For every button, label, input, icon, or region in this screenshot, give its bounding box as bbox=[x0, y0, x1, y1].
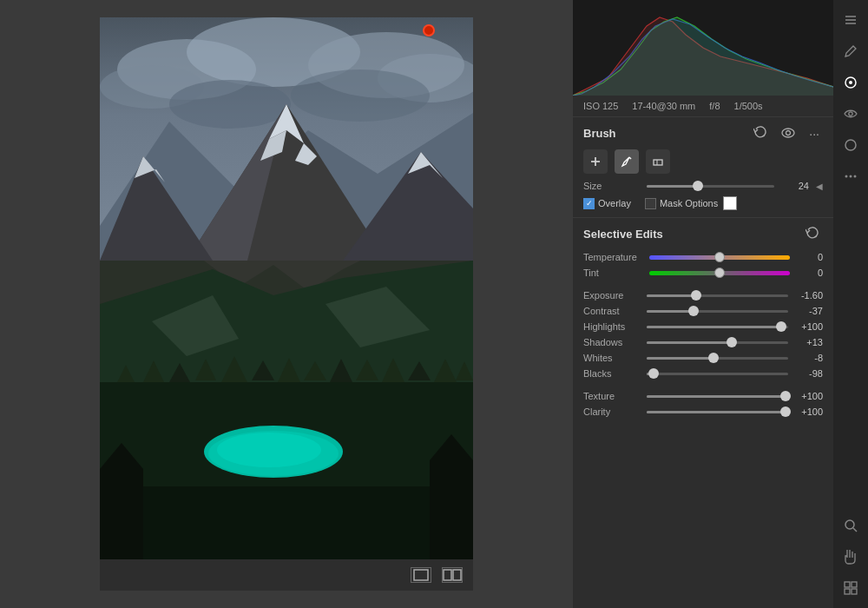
svg-point-7 bbox=[291, 69, 430, 122]
erase-brush-button[interactable] bbox=[646, 149, 670, 174]
highlights-slider-row: Highlights +100 bbox=[583, 321, 823, 332]
brush-title: Brush bbox=[583, 127, 616, 140]
add-brush-button[interactable] bbox=[583, 149, 608, 174]
size-value: 24 bbox=[781, 181, 809, 191]
brush-header: Brush ··· bbox=[583, 124, 823, 142]
exif-iso: ISO 125 bbox=[583, 101, 618, 111]
panel-icons-sidebar bbox=[833, 0, 868, 608]
tint-slider-track[interactable] bbox=[649, 271, 790, 275]
view-single-button[interactable] bbox=[411, 567, 431, 583]
blacks-slider-track[interactable] bbox=[647, 373, 788, 375]
svg-point-51 bbox=[782, 129, 794, 137]
svg-point-63 bbox=[845, 140, 856, 150]
selective-edits-title: Selective Edits bbox=[583, 228, 663, 241]
svg-point-52 bbox=[786, 130, 791, 135]
svg-point-64 bbox=[845, 175, 848, 178]
whites-slider-track[interactable] bbox=[647, 357, 788, 360]
highlights-slider-track[interactable] bbox=[647, 326, 788, 328]
whites-slider-row: Whites -8 bbox=[583, 353, 823, 363]
overlay-checkbox[interactable]: Overlay bbox=[583, 198, 631, 209]
svg-rect-45 bbox=[444, 570, 451, 580]
exposure-label: Exposure bbox=[583, 290, 640, 301]
svg-line-68 bbox=[853, 528, 857, 532]
clarity-label: Clarity bbox=[583, 406, 640, 417]
brush-tools bbox=[583, 149, 823, 174]
contrast-value: -37 bbox=[795, 306, 823, 316]
blacks-slider-row: Blacks -98 bbox=[583, 368, 823, 379]
temperature-slider-row: Temperature 0 bbox=[583, 252, 823, 262]
svg-point-40 bbox=[217, 433, 321, 467]
whites-label: Whites bbox=[583, 353, 640, 363]
histogram bbox=[573, 0, 833, 96]
selective-edits-reset-button[interactable] bbox=[802, 225, 823, 243]
svg-rect-71 bbox=[845, 589, 850, 594]
temperature-thumb[interactable] bbox=[714, 252, 725, 262]
mask-color-swatch[interactable] bbox=[723, 196, 737, 210]
photo-bottom-bar bbox=[100, 559, 473, 591]
tool-sliders-icon[interactable] bbox=[838, 7, 864, 33]
tool-edit-icon[interactable] bbox=[838, 38, 864, 64]
tool-dots-icon[interactable] bbox=[838, 163, 864, 189]
temperature-label: Temperature bbox=[583, 252, 644, 262]
selective-edits-header: Selective Edits bbox=[583, 225, 823, 243]
temperature-slider-track[interactable] bbox=[649, 255, 790, 260]
tint-slider-row: Tint 0 bbox=[583, 268, 823, 278]
shadows-value: +13 bbox=[795, 337, 823, 347]
size-slider-track[interactable] bbox=[647, 185, 774, 188]
tint-thumb[interactable] bbox=[714, 268, 725, 278]
size-arrow[interactable]: ◀ bbox=[816, 182, 823, 191]
brush-section: Brush ··· bbox=[573, 117, 833, 218]
tint-value: 0 bbox=[795, 268, 823, 278]
contrast-slider-track[interactable] bbox=[647, 310, 788, 313]
texture-slider-row: Texture +100 bbox=[583, 391, 823, 401]
highlights-value: +100 bbox=[795, 321, 823, 332]
tool-grid-icon[interactable] bbox=[838, 575, 864, 601]
exif-bar: ISO 125 17-40@30 mm f/8 1/500s bbox=[573, 96, 833, 117]
clarity-slider-track[interactable] bbox=[647, 411, 788, 413]
exposure-value: -1.60 bbox=[795, 290, 823, 301]
svg-point-65 bbox=[850, 175, 852, 178]
mask-options-checkbox-box[interactable] bbox=[645, 198, 656, 209]
exif-lens: 17-40@30 mm bbox=[632, 101, 695, 111]
tool-brush-icon[interactable] bbox=[838, 69, 864, 96]
blacks-value: -98 bbox=[795, 368, 823, 379]
brush-eye-button[interactable] bbox=[778, 125, 799, 142]
selective-edits-section: Selective Edits Temperature 0 Tint 0 bbox=[573, 218, 833, 429]
tool-circle-icon[interactable] bbox=[838, 132, 864, 158]
svg-rect-69 bbox=[845, 582, 850, 587]
texture-value: +100 bbox=[795, 391, 823, 401]
texture-label: Texture bbox=[583, 391, 640, 401]
temperature-value: 0 bbox=[795, 252, 823, 262]
tool-search-icon[interactable] bbox=[838, 512, 864, 539]
tool-hand-icon[interactable] bbox=[838, 544, 864, 570]
left-panel bbox=[0, 0, 573, 608]
texture-slider-track[interactable] bbox=[647, 395, 788, 398]
svg-point-61 bbox=[849, 81, 852, 84]
svg-point-6 bbox=[169, 80, 291, 129]
photo-image bbox=[100, 17, 473, 591]
shadows-slider-track[interactable] bbox=[647, 341, 788, 344]
blacks-label: Blacks bbox=[583, 368, 640, 379]
brush-more-button[interactable]: ··· bbox=[806, 125, 823, 142]
right-panel: ISO 125 17-40@30 mm f/8 1/500s Brush ··· bbox=[573, 0, 868, 608]
checkbox-row: Overlay Mask Options bbox=[583, 196, 823, 210]
size-label: Size bbox=[583, 181, 640, 191]
svg-rect-44 bbox=[414, 570, 428, 580]
tool-eye-icon[interactable] bbox=[838, 101, 864, 127]
overlay-checkbox-box[interactable] bbox=[583, 198, 595, 209]
brush-actions: ··· bbox=[750, 124, 823, 142]
shadows-label: Shadows bbox=[583, 337, 640, 347]
brush-reset-button[interactable] bbox=[750, 124, 771, 142]
whites-value: -8 bbox=[795, 353, 823, 363]
photo-container bbox=[100, 17, 473, 591]
panel-main[interactable]: ISO 125 17-40@30 mm f/8 1/500s Brush ··· bbox=[573, 0, 833, 608]
tint-label: Tint bbox=[583, 268, 644, 278]
clarity-value: +100 bbox=[795, 406, 823, 417]
size-slider-row: Size 24 ◀ bbox=[583, 181, 823, 191]
paint-brush-button[interactable] bbox=[615, 149, 639, 174]
exposure-slider-track[interactable] bbox=[647, 294, 788, 297]
svg-rect-72 bbox=[852, 589, 857, 594]
view-split-button[interactable] bbox=[442, 567, 463, 583]
clarity-slider-row: Clarity +100 bbox=[583, 406, 823, 417]
mask-options-checkbox[interactable]: Mask Options bbox=[645, 196, 737, 210]
